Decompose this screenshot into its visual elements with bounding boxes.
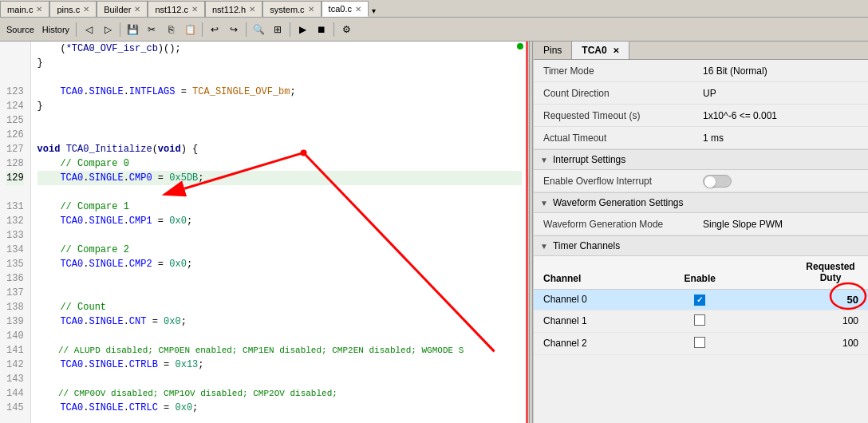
channel-table: Channel Enable Requested Duty [534,256,868,355]
enable-overflow-row: Enable Overflow Interrupt [534,170,868,192]
channel-0-name: Channel 0 [534,289,653,310]
waveform-settings-label: Waveform Generation Settings [553,197,684,208]
code-content[interactable]: (*TCA0_OVF_isr_cb)(); } TCA0.SINGLE.INTF… [31,42,528,423]
tab-tca0-c[interactable]: tca0.c ✕ [322,1,369,17]
tab-nst112-c[interactable]: nst112.c ✕ [148,1,205,17]
toolbar-separator [333,22,334,37]
toolbar-separator [246,22,247,37]
channel-0-row[interactable]: Channel 0 50 [534,289,868,310]
channel-2-duty[interactable]: 100 [748,332,868,354]
right-tabs: Pins TCA0 ✕ [534,42,868,60]
toolbar-btn-cut[interactable]: ✂ [143,21,160,38]
toolbar-btn-save[interactable]: 💾 [124,21,141,38]
channel-1-row[interactable]: Channel 1 100 [534,310,868,332]
toggle-knob [704,176,716,188]
channel-1-duty[interactable]: 100 [748,310,868,332]
close-icon[interactable]: ✕ [355,5,361,14]
toolbar-btn-stop[interactable]: ⏹ [313,21,330,38]
close-icon[interactable]: ✕ [36,5,42,14]
actual-timeout-row: Actual Timeout 1 ms [534,127,868,149]
code-line [37,70,522,85]
waveform-settings-header[interactable]: ▼ Waveform Generation Settings [534,192,868,213]
tab-pins-c[interactable]: pins.c ✕ [49,1,97,17]
tab-label: pins.c [57,5,80,14]
toolbar-btn-copy[interactable]: ⎘ [162,21,180,38]
code-line [37,128,522,142]
tab-main-c[interactable]: main.c ✕ [0,1,49,17]
toolbar-btn-search[interactable]: 🔍 [250,21,267,38]
collapse-icon: ▼ [540,156,548,164]
code-line [37,329,522,343]
main-layout: 123 124 125 126 127 128 129 131 132 133 … [0,42,868,423]
code-line: // Compare 2 [37,243,522,257]
channel-1-checkbox[interactable] [694,314,705,326]
code-line [37,228,522,243]
green-indicator [517,43,523,49]
code-line [37,271,522,286]
toolbar-btn-paste[interactable]: 📋 [181,21,199,38]
toolbar-btn-find[interactable]: ⊞ [269,21,286,38]
code-line: } [37,56,522,70]
source-label[interactable]: Source [3,25,37,34]
channel-2-row[interactable]: Channel 2 100 [534,332,868,354]
close-icon[interactable]: ✕ [249,5,255,14]
tab-nst112-h[interactable]: nst112.h ✕ [205,1,262,17]
toolbar-btn-back[interactable]: ◁ [80,21,97,38]
toolbar-btn-settings[interactable]: ⚙ [337,21,355,38]
tab-overflow[interactable]: ▾ [369,5,379,17]
code-line [37,372,522,386]
toolbar-btn-redo[interactable]: ↪ [225,21,243,38]
toolbar-separator [120,22,120,37]
code-line: // Count [37,300,522,314]
actual-timeout-value: 1 ms [703,132,858,144]
channel-2-checkbox[interactable] [694,337,705,348]
channel-0-enable[interactable] [653,289,748,310]
toolbar-separator [290,22,290,37]
waveform-mode-row: Waveform Generation Mode Single Slope PW… [534,213,868,235]
tab-tca0[interactable]: TCA0 ✕ [572,42,629,59]
timer-channels-header[interactable]: ▼ Timer Channels [534,235,868,256]
tab-system-c[interactable]: system.c ✕ [262,1,321,17]
code-line: TCA0.SINGLE.CNT = 0x0; [37,314,522,329]
count-direction-label: Count Direction [543,88,703,99]
tab-builder[interactable]: Builder ✕ [97,1,148,17]
close-icon[interactable]: ✕ [134,5,140,14]
col-channel: Channel [534,256,653,289]
close-icon[interactable]: ✕ [191,5,198,14]
code-panel: 123 124 125 126 127 128 129 131 132 133 … [0,42,529,423]
channel-2-enable[interactable] [653,332,748,354]
timer-channels-label: Timer Channels [553,240,620,251]
channel-1-enable[interactable] [653,310,748,332]
code-line: TCA0.SINGLE.CTRLC = 0x0; [37,401,522,415]
code-line: void TCA0_Initialize(void) { [37,142,522,156]
toolbar-btn-undo[interactable]: ↩ [206,21,223,38]
close-icon[interactable]: ✕ [308,5,314,14]
tab-label: nst112.c [155,5,188,14]
overflow-interrupt-toggle[interactable] [703,175,732,188]
config-panel: Timer Mode 16 Bit (Normal) Count Directi… [534,60,868,423]
code-line: (*TCA0_OVF_isr_cb)(); [37,42,522,56]
count-direction-value: UP [703,88,858,99]
toolbar-btn-run[interactable]: ▶ [294,21,311,38]
code-line: TCA0.SINGLE.INTFLAGS = TCA_SINGLE_OVF_bm… [37,85,522,99]
close-icon[interactable]: ✕ [613,46,619,55]
collapse-icon: ▼ [540,199,548,208]
toolbar-btn-forward[interactable]: ▷ [99,21,116,38]
tab-pins[interactable]: Pins [534,42,572,59]
red-border-indicator [526,42,528,423]
actual-timeout-label: Actual Timeout [543,132,703,144]
collapse-icon: ▼ [540,242,548,251]
close-icon[interactable]: ✕ [83,5,89,14]
history-label[interactable]: History [39,25,73,34]
waveform-mode-label: Waveform Generation Mode [543,219,703,230]
channel-0-duty[interactable]: 50 [748,289,868,310]
requested-timeout-label: Requested Timeout (s) [543,110,703,121]
tab-label: main.c [7,5,33,14]
channel-2-name: Channel 2 [534,332,653,354]
tab-label: system.c [270,5,304,14]
code-line [37,113,522,128]
code-area[interactable]: 123 124 125 126 127 128 129 131 132 133 … [0,42,528,423]
code-line: // ALUPD disabled; CMP0EN enabled; CMP1E… [37,343,522,358]
channel-0-checkbox[interactable] [694,295,705,306]
interrupt-settings-header[interactable]: ▼ Interrupt Settings [534,149,868,170]
